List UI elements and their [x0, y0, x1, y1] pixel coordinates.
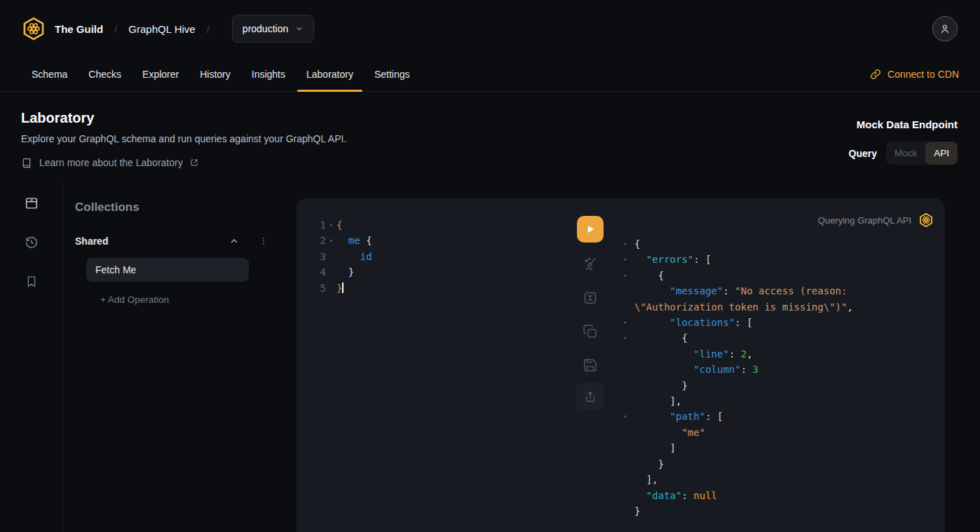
collection-group-shared[interactable]: Shared — [75, 236, 268, 247]
breadcrumb-separator: / — [207, 23, 210, 35]
book-icon — [21, 157, 32, 168]
execute-query-button[interactable] — [577, 216, 604, 243]
copy-icon — [582, 323, 599, 340]
breadcrumb-separator: / — [114, 23, 117, 35]
prettify-button[interactable] — [582, 256, 599, 273]
share-icon — [583, 390, 597, 404]
bookmarks-icon — [25, 275, 39, 289]
learn-more-link[interactable]: Learn more about the Laboratory — [21, 157, 849, 168]
play-icon — [585, 224, 596, 235]
query-label: Query — [849, 148, 877, 159]
response-endpoint-label: Querying GraphQL API — [818, 215, 911, 226]
app-header: The Guild / GraphQL Hive / production — [0, 0, 980, 57]
tab-settings[interactable]: Settings — [364, 57, 421, 91]
add-operation-button[interactable]: + Add Operation — [100, 294, 298, 305]
collection-group-label: Shared — [75, 236, 229, 247]
rail-history-button[interactable] — [0, 223, 62, 262]
rail-bookmarks-button[interactable] — [0, 262, 62, 301]
collections-heading: Collections — [75, 200, 298, 214]
external-link-icon — [190, 158, 198, 167]
mock-endpoint-title: Mock Data Endpoint — [849, 118, 958, 130]
user-avatar[interactable] — [932, 16, 958, 41]
chevron-down-icon — [295, 25, 304, 33]
tab-laboratory[interactable]: Laboratory — [296, 57, 364, 91]
merge-fragments-icon — [582, 289, 599, 306]
query-editor[interactable]: 1▾{2▾ me {3 id4 }5} — [318, 217, 372, 296]
hive-logo-icon[interactable] — [21, 16, 46, 41]
response-header: Querying GraphQL API — [818, 212, 934, 228]
share-operation-button[interactable] — [576, 383, 604, 411]
response-viewer[interactable]: ▾{▾ "errors": [▾ { "message": "No access… — [617, 236, 853, 519]
connect-to-cdn-link[interactable]: Connect to CDN — [870, 57, 959, 91]
breadcrumb-org[interactable]: The Guild — [55, 23, 103, 35]
page-description: Explore your GraphQL schema and run quer… — [21, 133, 849, 144]
toggle-option-api[interactable]: API — [925, 142, 958, 165]
page-title: Laboratory — [21, 110, 849, 126]
left-icon-rail — [0, 184, 63, 532]
graphiql-editor-panel: 1▾{2▾ me {3 id4 }5} — [297, 198, 945, 532]
prettify-icon — [582, 256, 599, 273]
save-button[interactable] — [582, 357, 599, 374]
rail-collections-button[interactable] — [0, 184, 62, 223]
tab-explorer[interactable]: Explorer — [132, 57, 189, 91]
tab-schema[interactable]: Schema — [21, 57, 78, 91]
chevron-up-icon[interactable] — [229, 236, 239, 246]
collections-panel: Collections Shared Fetch Me + Add Operat… — [63, 184, 298, 305]
laboratory-main: Collections Shared Fetch Me + Add Operat… — [0, 184, 980, 532]
target-selector-value: production — [243, 23, 288, 34]
breadcrumb-project[interactable]: GraphQL Hive — [128, 23, 195, 35]
group-menu-icon[interactable] — [259, 236, 268, 246]
tab-checks[interactable]: Checks — [78, 57, 132, 91]
toggle-option-mock[interactable]: Mock — [886, 142, 925, 165]
save-icon — [582, 357, 599, 374]
hive-logo-small-icon — [918, 212, 934, 228]
page-head: Laboratory Explore your GraphQL schema a… — [0, 92, 980, 168]
chain-link-icon — [870, 69, 881, 80]
collections-icon — [24, 196, 39, 211]
operation-item-fetch-me[interactable]: Fetch Me — [86, 258, 249, 282]
copy-query-button[interactable] — [582, 323, 599, 340]
endpoint-toggle: Mock API — [886, 142, 958, 165]
person-icon — [939, 22, 951, 35]
merge-fragments-button[interactable] — [582, 289, 599, 306]
history-icon — [24, 235, 39, 250]
target-selector-button[interactable]: production — [232, 15, 314, 43]
tab-history[interactable]: History — [189, 57, 241, 91]
main-nav: Schema Checks Explorer History Insights … — [0, 57, 980, 92]
tab-insights[interactable]: Insights — [241, 57, 296, 91]
